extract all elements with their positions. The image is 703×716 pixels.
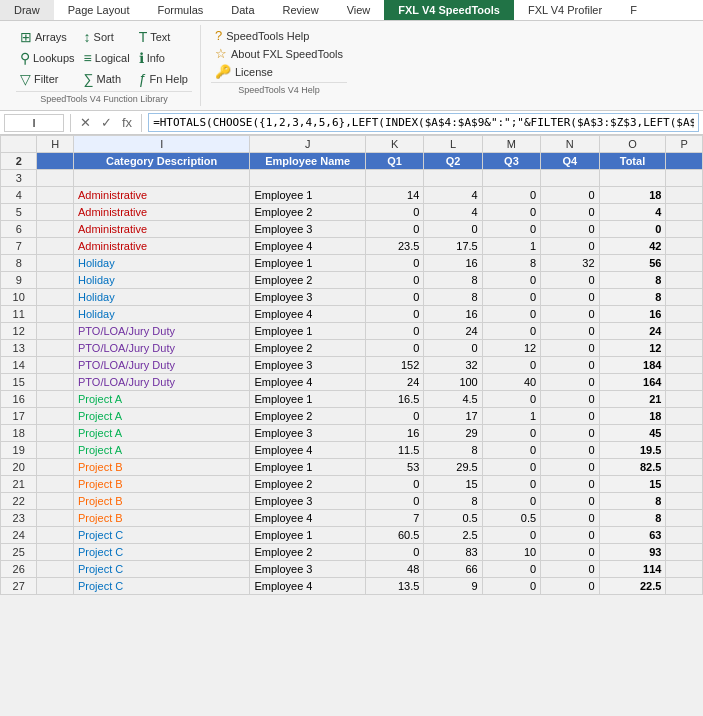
cell-q1[interactable]: 0 bbox=[365, 544, 423, 561]
cell-q2[interactable]: 100 bbox=[424, 374, 482, 391]
cell-q4[interactable]: 0 bbox=[541, 476, 599, 493]
cell-employee[interactable]: Employee 4 bbox=[250, 238, 366, 255]
col-header-i[interactable]: I bbox=[73, 136, 249, 153]
cell-q2[interactable]: 8 bbox=[424, 493, 482, 510]
formula-input[interactable] bbox=[148, 113, 699, 132]
cell-q4[interactable]: 0 bbox=[541, 340, 599, 357]
header-q2[interactable]: Q2 bbox=[424, 153, 482, 170]
cell-category[interactable]: Administrative bbox=[73, 204, 249, 221]
cell-q1[interactable]: 0 bbox=[365, 408, 423, 425]
cell-q4[interactable]: 0 bbox=[541, 408, 599, 425]
cell-q2[interactable]: 17.5 bbox=[424, 238, 482, 255]
cell-q3[interactable]: 12 bbox=[482, 340, 540, 357]
cell-employee[interactable]: Employee 2 bbox=[250, 476, 366, 493]
cell-category[interactable]: PTO/LOA/Jury Duty bbox=[73, 374, 249, 391]
ribbon-item-license[interactable]: 🔑 License bbox=[211, 63, 347, 80]
cell-category[interactable]: Administrative bbox=[73, 238, 249, 255]
col-header-l[interactable]: L bbox=[424, 136, 482, 153]
col-header-n[interactable]: N bbox=[541, 136, 599, 153]
cell-q3[interactable]: 0 bbox=[482, 459, 540, 476]
cell-category[interactable]: PTO/LOA/Jury Duty bbox=[73, 323, 249, 340]
cell-employee[interactable]: Employee 1 bbox=[250, 255, 366, 272]
cell-total[interactable]: 18 bbox=[599, 187, 666, 204]
cell-q2[interactable]: 8 bbox=[424, 442, 482, 459]
cell-q3[interactable]: 0 bbox=[482, 306, 540, 323]
col-header-h[interactable]: H bbox=[37, 136, 73, 153]
cell-q4[interactable]: 0 bbox=[541, 187, 599, 204]
cell-employee[interactable]: Employee 1 bbox=[250, 527, 366, 544]
cell-q4[interactable]: 0 bbox=[541, 510, 599, 527]
cell-q2[interactable]: 0 bbox=[424, 340, 482, 357]
cell-q1[interactable]: 0 bbox=[365, 306, 423, 323]
ribbon-item-about[interactable]: ☆ About FXL SpeedTools bbox=[211, 45, 347, 62]
cell-q1[interactable]: 53 bbox=[365, 459, 423, 476]
cell-q4[interactable]: 0 bbox=[541, 289, 599, 306]
cell-employee[interactable]: Employee 4 bbox=[250, 306, 366, 323]
cell-q4[interactable]: 0 bbox=[541, 272, 599, 289]
cell-total[interactable]: 42 bbox=[599, 238, 666, 255]
cell-employee[interactable]: Employee 4 bbox=[250, 578, 366, 595]
ribbon-item-lookups[interactable]: ⚲ Lookups bbox=[16, 48, 79, 68]
cell-category[interactable]: Project C bbox=[73, 561, 249, 578]
cell-total[interactable]: 56 bbox=[599, 255, 666, 272]
cell-q1[interactable]: 0 bbox=[365, 476, 423, 493]
cell-q3[interactable]: 0 bbox=[482, 442, 540, 459]
cell-total[interactable]: 0 bbox=[599, 221, 666, 238]
cell-category[interactable]: Project A bbox=[73, 425, 249, 442]
cell-q1[interactable]: 16.5 bbox=[365, 391, 423, 408]
cell-q2[interactable] bbox=[424, 170, 482, 187]
cell-q1[interactable] bbox=[365, 170, 423, 187]
cell-employee[interactable]: Employee 2 bbox=[250, 272, 366, 289]
cell-q2[interactable]: 0 bbox=[424, 221, 482, 238]
cell-q3[interactable]: 0 bbox=[482, 187, 540, 204]
cell-q1[interactable]: 60.5 bbox=[365, 527, 423, 544]
cell-employee[interactable]: Employee 3 bbox=[250, 561, 366, 578]
cell-category[interactable]: Project C bbox=[73, 544, 249, 561]
header-q1[interactable]: Q1 bbox=[365, 153, 423, 170]
cell-employee[interactable]: Employee 2 bbox=[250, 340, 366, 357]
cell-q3[interactable]: 0 bbox=[482, 476, 540, 493]
cell-category[interactable]: Project B bbox=[73, 459, 249, 476]
cell-total[interactable]: 164 bbox=[599, 374, 666, 391]
ribbon-item-arrays[interactable]: ⊞ Arrays bbox=[16, 27, 79, 47]
ribbon-item-sort[interactable]: ↕ Sort bbox=[80, 27, 134, 47]
tab-page-layout[interactable]: Page Layout bbox=[54, 0, 144, 20]
cell-category[interactable]: Administrative bbox=[73, 187, 249, 204]
cell-total[interactable]: 8 bbox=[599, 510, 666, 527]
cell-employee[interactable]: Employee 3 bbox=[250, 357, 366, 374]
cell-q2[interactable]: 9 bbox=[424, 578, 482, 595]
tab-fxl-speedtools[interactable]: FXL V4 SpeedTools bbox=[384, 0, 514, 20]
cell-employee[interactable]: Employee 2 bbox=[250, 544, 366, 561]
cell-q3[interactable]: 0 bbox=[482, 357, 540, 374]
cell-category[interactable] bbox=[73, 170, 249, 187]
cell-q4[interactable]: 0 bbox=[541, 221, 599, 238]
cell-q2[interactable]: 16 bbox=[424, 255, 482, 272]
cell-total[interactable]: 184 bbox=[599, 357, 666, 374]
cell-q2[interactable]: 4.5 bbox=[424, 391, 482, 408]
cell-q1[interactable]: 0 bbox=[365, 323, 423, 340]
cell-q4[interactable] bbox=[541, 170, 599, 187]
cell-q3[interactable]: 10 bbox=[482, 544, 540, 561]
cell-total[interactable]: 45 bbox=[599, 425, 666, 442]
cell-employee[interactable]: Employee 2 bbox=[250, 408, 366, 425]
cell-q1[interactable]: 0 bbox=[365, 255, 423, 272]
cell-q2[interactable]: 17 bbox=[424, 408, 482, 425]
cell-q3[interactable]: 0 bbox=[482, 578, 540, 595]
cell-q3[interactable]: 0 bbox=[482, 493, 540, 510]
cell-reference-box[interactable] bbox=[4, 114, 64, 132]
cell-q2[interactable]: 24 bbox=[424, 323, 482, 340]
cell-q1[interactable]: 0 bbox=[365, 204, 423, 221]
cell-q3[interactable]: 0 bbox=[482, 204, 540, 221]
cell-category[interactable]: Project A bbox=[73, 442, 249, 459]
insert-function-icon[interactable]: fx bbox=[119, 115, 135, 130]
cell-employee[interactable]: Employee 4 bbox=[250, 442, 366, 459]
cell-total[interactable]: 8 bbox=[599, 493, 666, 510]
tab-formulas[interactable]: Formulas bbox=[143, 0, 217, 20]
confirm-formula-icon[interactable]: ✓ bbox=[98, 115, 115, 130]
cell-q3[interactable]: 1 bbox=[482, 238, 540, 255]
cell-employee[interactable]: Employee 1 bbox=[250, 323, 366, 340]
col-header-j[interactable]: J bbox=[250, 136, 366, 153]
cell-employee[interactable]: Employee 1 bbox=[250, 459, 366, 476]
cancel-formula-icon[interactable]: ✕ bbox=[77, 115, 94, 130]
header-q4[interactable]: Q4 bbox=[541, 153, 599, 170]
